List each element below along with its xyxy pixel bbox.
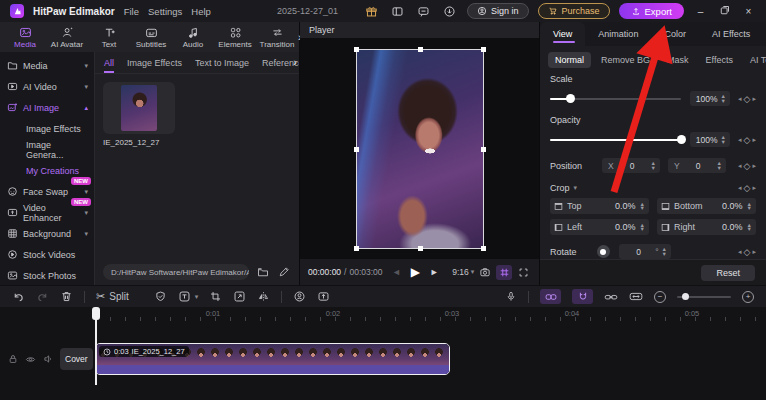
selection-handle[interactable]: [418, 47, 423, 52]
grid-toggle-icon[interactable]: [496, 265, 512, 280]
sign-in-button[interactable]: Sign in: [467, 3, 529, 19]
mask-tool-button[interactable]: [154, 290, 167, 303]
download-icon[interactable]: [441, 3, 458, 19]
split-button[interactable]: ✂ Split: [96, 290, 129, 303]
undo-button[interactable]: [12, 290, 25, 303]
stepper-arrows-icon[interactable]: ▲▼: [717, 161, 722, 170]
library-more-chevron-icon[interactable]: ›: [293, 56, 297, 68]
selection-handle[interactable]: [418, 246, 423, 251]
next-frame-icon[interactable]: ►: [426, 265, 442, 280]
sidebar-item-ai-image[interactable]: AI Image ▴: [0, 97, 94, 118]
minimize-button[interactable]: –: [693, 6, 708, 17]
sidebar-item-stock-videos[interactable]: Stock Videos: [0, 244, 94, 265]
position-y-stepper[interactable]: Y 0 ▲▼: [668, 158, 726, 173]
subtab-normal[interactable]: Normal: [548, 52, 591, 68]
save-path-field[interactable]: D:/HitPaw Software/HitPaw Edimakor/AI ..…: [103, 264, 249, 280]
record-voiceover-button[interactable]: [505, 290, 517, 303]
sidebar-item-image-generation[interactable]: Image Genera...: [0, 139, 94, 160]
delete-button[interactable]: [60, 290, 73, 303]
tab-transition[interactable]: Transition: [256, 26, 298, 49]
sidebar-item-video-enhancer[interactable]: NEW Video Enhancer ▾: [0, 202, 94, 223]
reset-button[interactable]: Reset: [701, 265, 755, 281]
tab-subtitles[interactable]: Subtitles: [130, 26, 172, 49]
tab-view[interactable]: View: [540, 22, 585, 46]
fit-timeline-button[interactable]: [629, 291, 643, 302]
purchase-button[interactable]: Purchase: [538, 3, 610, 19]
menu-settings[interactable]: Settings: [148, 6, 182, 17]
chevron-down-icon[interactable]: ▾: [84, 209, 88, 217]
subtab-remove-bg[interactable]: Remove BG: [594, 52, 657, 68]
tab-ai-effects[interactable]: AI Effects: [699, 22, 763, 46]
library-tab-image-effects[interactable]: Image Effects: [127, 52, 182, 73]
restore-button[interactable]: [717, 5, 732, 17]
selection-handle[interactable]: [481, 246, 486, 251]
tab-media[interactable]: Media: [4, 26, 46, 49]
mute-track-icon[interactable]: [43, 354, 53, 365]
rotate-dial[interactable]: [597, 245, 610, 258]
tab-color[interactable]: Color: [651, 22, 699, 46]
chevron-down-icon[interactable]: ▾: [574, 184, 578, 192]
stepper-arrows-icon[interactable]: ▲▼: [651, 161, 656, 170]
sidebar-item-stock-photos[interactable]: Stock Photos: [0, 265, 94, 286]
selection-handle[interactable]: [481, 47, 486, 52]
layout-icon[interactable]: [389, 3, 406, 19]
hide-track-icon[interactable]: [25, 354, 36, 365]
auto-link-button[interactable]: [604, 292, 618, 302]
opacity-value-stepper[interactable]: 100% ▲▼: [690, 132, 730, 147]
link-clips-button[interactable]: [540, 289, 561, 304]
sidebar-item-background[interactable]: Background ▾: [0, 223, 94, 244]
fullscreen-icon[interactable]: [515, 265, 531, 280]
library-item-card[interactable]: [103, 82, 175, 134]
crop-bottom-field[interactable]: Bottom 0.0% ▲▼: [657, 198, 756, 214]
zoom-out-button[interactable]: −: [654, 291, 666, 303]
rotate-stepper[interactable]: 0 ° ▲▼: [619, 244, 671, 259]
scale-keyframe-controls[interactable]: ◂◇▸: [730, 94, 756, 104]
redo-button[interactable]: [36, 290, 49, 303]
selection-handle[interactable]: [354, 246, 359, 251]
tab-ai-avatar[interactable]: AI Avatar: [46, 26, 88, 49]
playhead-line[interactable]: [95, 307, 97, 385]
tab-animation[interactable]: Animation: [585, 22, 651, 46]
snapshot-icon[interactable]: [477, 265, 493, 280]
chevron-down-icon[interactable]: ▾: [84, 83, 88, 91]
tab-text[interactable]: Text: [88, 26, 130, 49]
export-button[interactable]: Export: [619, 3, 684, 19]
timeline-zoom-slider[interactable]: [677, 296, 731, 298]
mirror-tool-button[interactable]: [257, 290, 270, 303]
tab-audio[interactable]: Audio: [172, 26, 214, 49]
opacity-slider[interactable]: [550, 139, 681, 141]
selection-handle[interactable]: [481, 147, 486, 152]
resize-tool-button[interactable]: [233, 290, 246, 303]
sidebar-item-media[interactable]: Media ▾: [0, 55, 94, 76]
selection-handle[interactable]: [354, 47, 359, 52]
chevron-down-icon[interactable]: ▾: [84, 62, 88, 70]
timeline-ruler[interactable]: 0:01 0:02 0:03 0:04 0:05: [95, 307, 766, 323]
subtab-effects[interactable]: Effects: [699, 52, 740, 68]
close-button[interactable]: ×: [741, 6, 756, 17]
stepper-arrows-icon[interactable]: ▲▼: [640, 223, 645, 232]
text-template-button[interactable]: ▾: [178, 290, 199, 303]
canvas-image[interactable]: [357, 50, 483, 248]
stepper-arrows-icon[interactable]: ▲▼: [662, 247, 667, 256]
subtab-mask[interactable]: Mask: [660, 52, 696, 68]
menu-file[interactable]: File: [124, 6, 139, 17]
sidebar-item-ai-video[interactable]: AI Video ▾: [0, 76, 94, 97]
gift-icon[interactable]: [363, 3, 380, 19]
tab-elements[interactable]: Elements: [214, 26, 256, 49]
stepper-arrows-icon[interactable]: ▲▼: [721, 135, 726, 144]
play-icon[interactable]: ▶: [407, 265, 423, 280]
crop-tool-button[interactable]: [209, 290, 222, 303]
timeline-clip[interactable]: 0:03 IE_2025_12_27: [95, 343, 450, 375]
library-tab-text-to-image[interactable]: Text to Image: [195, 52, 249, 73]
cover-button[interactable]: Cover: [60, 348, 93, 370]
chevron-down-icon[interactable]: ▾: [84, 230, 88, 238]
chevron-down-icon[interactable]: ▾: [84, 188, 88, 196]
rotate-keyframe-controls[interactable]: ◂◇▸: [730, 247, 756, 257]
crop-keyframe-controls[interactable]: ◂◇▸: [730, 183, 756, 193]
library-tab-all[interactable]: All: [104, 52, 114, 73]
feedback-icon[interactable]: [415, 3, 432, 19]
magnet-snap-button[interactable]: [572, 289, 593, 304]
aspect-ratio-dropdown[interactable]: 9:16 ▾: [452, 267, 474, 277]
scale-value-stepper[interactable]: 100% ▲▼: [690, 91, 730, 106]
crop-right-field[interactable]: Right 0.0% ▲▼: [657, 219, 756, 235]
